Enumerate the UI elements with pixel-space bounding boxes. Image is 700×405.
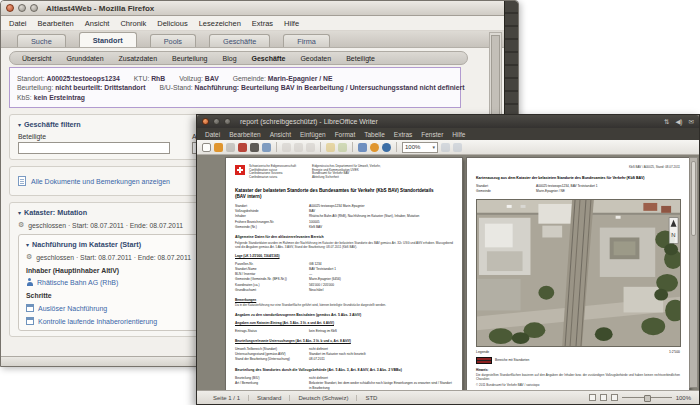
window-minimize-button[interactable]: [18, 4, 26, 12]
collapse-icon: ▾: [26, 241, 29, 248]
document-scrollbar[interactable]: [689, 157, 698, 388]
zoom-combo[interactable]: 100% ▾: [402, 142, 438, 153]
nachfuehrung-status: geschlossen · Start: 08.07.2011 · Ende: …: [36, 254, 191, 261]
zoom-slider[interactable]: [622, 397, 672, 398]
print-icon[interactable]: [250, 143, 259, 152]
save-icon[interactable]: [226, 143, 235, 152]
all-documents-link[interactable]: Alle Dokumente und Bemerkungen anzeigen: [31, 178, 170, 185]
tab-geschaefte[interactable]: Geschäfte: [209, 34, 270, 47]
menu-item[interactable]: Bearbeiten: [229, 131, 260, 138]
subtab-beurteilung[interactable]: Beurteilung: [172, 55, 207, 62]
statusbar-pagestyle[interactable]: Standard: [249, 395, 290, 401]
subtab-blog[interactable]: Blog: [223, 55, 237, 62]
window-maximize-button[interactable]: [224, 118, 231, 125]
window-title: Altlast4Web - Mozilla Firefox: [46, 4, 154, 13]
redo-icon[interactable]: [338, 143, 347, 152]
tab-suche[interactable]: Suche: [17, 34, 66, 47]
menu-item[interactable]: Datei: [205, 131, 220, 138]
previous-page-icon[interactable]: [441, 143, 450, 152]
field-row: GrundbuchamtNeuchâtel: [235, 288, 453, 293]
statusbar-zoom: 100%: [676, 395, 691, 401]
navigator-icon[interactable]: [382, 143, 391, 152]
cut-icon[interactable]: [282, 143, 291, 152]
menu-item[interactable]: Format: [335, 131, 356, 138]
subsection-heading: Beurteilungsrelevante Untersuchungen (Ar…: [235, 339, 453, 343]
menu-item[interactable]: Tabelle: [364, 131, 385, 138]
tab-standort[interactable]: Standort: [79, 32, 137, 47]
network-indicator-icon[interactable]: ⇅: [664, 118, 669, 126]
tab-firma[interactable]: Firma: [283, 34, 330, 47]
open-icon[interactable]: [214, 143, 223, 152]
report-title: Kataster der belasteten Standorte des Bu…: [235, 188, 442, 199]
task-icon: [26, 317, 34, 325]
menu-item[interactable]: Extras: [394, 131, 412, 138]
standort-subtabbar: Übersicht Grunddaten Zusatzdaten Beurtei…: [9, 51, 468, 65]
window-close-button[interactable]: [202, 118, 209, 125]
nachfuehrung-header[interactable]: ▾ Nachführung im Kataster (Start): [26, 240, 206, 249]
copy-icon[interactable]: [294, 143, 303, 152]
menu-item[interactable]: Delicious: [157, 19, 187, 28]
menu-item[interactable]: Einfügen: [300, 131, 326, 138]
subtab-geodaten[interactable]: Geodaten: [300, 55, 331, 62]
book-view-icon[interactable]: [611, 394, 618, 401]
menu-item[interactable]: Fenster: [421, 131, 443, 138]
step-link[interactable]: Auslöser Nachführung: [38, 305, 107, 312]
north-arrow-icon: N: [669, 217, 678, 243]
map-scale: 1:2'500: [669, 350, 680, 354]
menu-item[interactable]: Ansicht: [270, 131, 291, 138]
writer-statusbar: Seite 1 / 1 Standard Deutsch (Schweiz) S…: [197, 390, 699, 404]
person-icon: [26, 278, 33, 286]
subtab-zusatzdaten[interactable]: Zusatzdaten: [119, 55, 158, 62]
writer-titlebar: report (schreibgeschützt) - LibreOffice …: [197, 115, 699, 128]
table-icon[interactable]: [358, 143, 367, 152]
menu-item[interactable]: Bearbeiten: [38, 19, 74, 28]
mail-indicator-icon[interactable]: ✉: [689, 118, 694, 126]
field-row: Gemeinde (Nr.)KbS BAV: [235, 225, 453, 230]
paste-icon[interactable]: [306, 143, 315, 152]
menu-item[interactable]: Hilfe: [452, 131, 465, 138]
window-maximize-button[interactable]: [30, 4, 38, 12]
legend-label: Legende: [476, 350, 489, 354]
statusbar-selection-mode[interactable]: STD: [357, 395, 385, 401]
step-row: Auslöser Nachführung ✓: [26, 304, 206, 312]
hinweis-text: Die dargestellten Standortflächen basier…: [476, 373, 680, 381]
multi-page-view-icon[interactable]: [600, 394, 607, 401]
export-pdf-icon[interactable]: [238, 143, 247, 152]
section-paragraph: Folgende Standortdaten wurden im Rahmen …: [235, 241, 453, 249]
beteiligte-input[interactable]: [18, 142, 170, 154]
menu-item[interactable]: Extras: [252, 19, 273, 28]
menu-item[interactable]: Lesezeichen: [199, 19, 241, 28]
page-preview-icon[interactable]: [262, 143, 271, 152]
menu-item[interactable]: Ansicht: [85, 19, 110, 28]
kataster-title: Kataster: Mutation: [24, 208, 87, 217]
subtab-geschaefte[interactable]: Geschäfte: [252, 55, 286, 62]
field-row: Art / BemerkungBelasteter Standort, bei …: [235, 381, 453, 390]
field-row: GemeindeMarin-Epagnier / NE: [476, 189, 680, 194]
legend-swatch-icon: [476, 357, 492, 364]
menu-item[interactable]: Hilfe: [284, 19, 299, 28]
collapse-icon: ▾: [18, 121, 21, 128]
subtab-beteiligte[interactable]: Beteiligte: [346, 55, 375, 62]
step-link[interactable]: Kontrolle laufende Inhaberorientierung: [38, 318, 157, 325]
tab-pools[interactable]: Pools: [150, 34, 196, 47]
next-page-icon[interactable]: [453, 143, 462, 152]
new-document-icon[interactable]: [202, 143, 211, 152]
swiss-flag-logo: [235, 165, 245, 175]
window-title: report (schreibgeschützt) - LibreOffice …: [240, 118, 378, 125]
inhaber-link[interactable]: Rhätische Bahn AG (RhB): [37, 279, 118, 286]
schritte-label: Schritte: [26, 292, 206, 299]
volume-indicator-icon[interactable]: ◀): [675, 118, 682, 126]
statusbar-language[interactable]: Deutsch (Schweiz): [290, 395, 357, 401]
app-tabbar: Suche Standort Pools Geschäfte Firma: [1, 31, 518, 48]
gallery-icon[interactable]: [370, 143, 379, 152]
indicator-area: ⇅ ◀) ✉: [664, 118, 694, 126]
single-page-view-icon[interactable]: [589, 394, 596, 401]
filter-title: Geschäfte filtern: [24, 120, 81, 129]
subtab-uebersicht[interactable]: Übersicht: [22, 55, 52, 62]
undo-icon[interactable]: [326, 143, 335, 152]
window-close-button[interactable]: [6, 4, 14, 12]
menu-item[interactable]: Chronik: [120, 19, 146, 28]
menu-item[interactable]: Datei: [9, 19, 27, 28]
subtab-grunddaten[interactable]: Grunddaten: [67, 55, 104, 62]
window-minimize-button[interactable]: [213, 118, 220, 125]
